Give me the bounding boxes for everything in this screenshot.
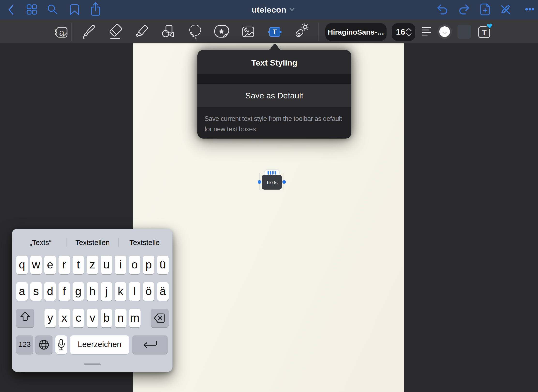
svg-text:a: a [59,28,64,38]
svg-text:T: T [482,28,486,37]
